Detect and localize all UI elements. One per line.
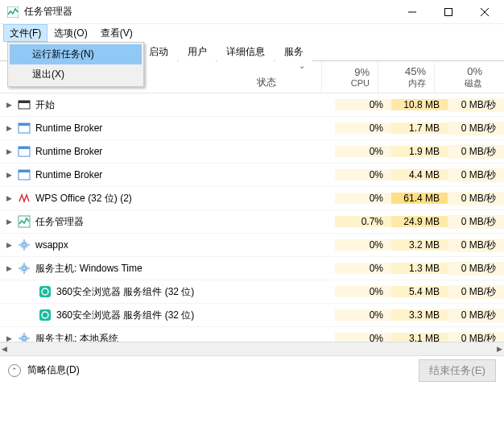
brief-info-link[interactable]: 简略信息(D) (27, 363, 80, 377)
col-disk[interactable]: 0% 磁盘 (434, 61, 490, 93)
process-row[interactable]: ▶开始0%10.8 MB0 MB/秒 (0, 93, 504, 117)
window-title: 任务管理器 (24, 5, 72, 19)
process-cpu-cell: 0% (335, 99, 391, 110)
close-button[interactable] (466, 1, 502, 23)
process-disk-cell: 0 MB/秒 (448, 168, 504, 182)
process-cpu-cell: 0% (335, 333, 391, 342)
tab-details[interactable]: 详细信息 (217, 42, 274, 61)
process-row[interactable]: ▶WPS Office (32 位) (2)0%61.4 MB0 MB/秒 (0, 187, 504, 210)
process-mem-cell: 3.3 MB (391, 309, 448, 321)
process-row[interactable]: 360安全浏览器 服务组件 (32 位)0%5.4 MB0 MB/秒 (0, 280, 504, 304)
collapse-icon[interactable]: ⌃ (8, 364, 21, 377)
titlebar: 任务管理器 (0, 0, 504, 24)
process-grid[interactable]: ▶开始0%10.8 MB0 MB/秒▶Runtime Broker0%1.7 M… (0, 93, 504, 342)
process-cpu-cell: 0% (335, 169, 391, 180)
app-icon (18, 168, 31, 181)
process-row[interactable]: 360安全浏览器 服务组件 (32 位)0%3.3 MB0 MB/秒 (0, 304, 504, 327)
expand-icon[interactable]: ▶ (5, 241, 13, 249)
process-row[interactable]: ▶服务主机: 本地系统0%3.1 MB0 MB/秒 (0, 327, 504, 342)
process-name: 开始 (35, 98, 55, 112)
process-row[interactable]: ▶wsappx0%3.2 MB0 MB/秒 (0, 234, 504, 257)
expand-icon[interactable]: ▶ (5, 334, 13, 342)
process-row[interactable]: ▶任务管理器0.7%24.9 MB0 MB/秒 (0, 210, 504, 234)
menu-options[interactable]: 选项(O) (48, 24, 93, 42)
col-cpu[interactable]: 9% CPU (321, 61, 378, 93)
expand-icon[interactable]: ▶ (5, 218, 13, 226)
wps-icon (18, 192, 31, 205)
process-name-cell: ▶服务主机: Windows Time (0, 262, 271, 276)
scroll-left-icon[interactable]: ◀ (2, 345, 7, 353)
horizontal-scrollbar[interactable]: ◀ ▶ (0, 342, 504, 355)
process-disk-cell: 0 MB/秒 (448, 309, 504, 322)
process-disk-cell: 0 MB/秒 (448, 98, 504, 112)
process-mem-cell: 61.4 MB (391, 193, 448, 204)
process-name: 服务主机: Windows Time (35, 262, 143, 276)
tab-startup[interactable]: 启动 (140, 42, 177, 61)
scroll-right-icon[interactable]: ▶ (497, 345, 502, 353)
process-disk-cell: 0 MB/秒 (448, 285, 504, 299)
maximize-button[interactable] (430, 1, 466, 23)
process-name-cell: 360安全浏览器 服务组件 (32 位) (0, 285, 271, 299)
process-row[interactable]: ▶服务主机: Windows Time0%1.3 MB0 MB/秒 (0, 257, 504, 280)
mem-label: 内存 (408, 77, 426, 89)
tab-users[interactable]: 用户 (179, 42, 216, 61)
col-memory[interactable]: 45% 内存 (378, 61, 434, 93)
process-cpu-cell: 0% (335, 286, 391, 297)
process-row[interactable]: ▶Runtime Broker0%1.7 MB0 MB/秒 (0, 117, 504, 140)
menu-file[interactable]: 文件(F) (3, 24, 48, 42)
svg-rect-14 (19, 216, 30, 227)
process-mem-cell: 1.7 MB (391, 122, 448, 134)
process-row[interactable]: ▶Runtime Broker0%4.4 MB0 MB/秒 (0, 164, 504, 187)
process-name: 服务主机: 本地系统 (35, 332, 118, 342)
sort-indicator-icon: ⌄ (299, 61, 305, 70)
gear-icon (18, 238, 31, 251)
process-mem-cell: 3.2 MB (391, 239, 448, 251)
taskmgr-icon (6, 6, 19, 19)
menu-exit[interactable]: 退出(X) (10, 64, 142, 85)
process-name: 360安全浏览器 服务组件 (32 位) (56, 285, 194, 299)
menu-view[interactable]: 查看(V) (94, 24, 139, 42)
process-cpu-cell: 0% (335, 239, 391, 251)
process-name: wsappx (35, 239, 68, 251)
expand-icon[interactable]: ▶ (5, 171, 13, 179)
process-disk-cell: 0 MB/秒 (448, 192, 504, 205)
process-name: 任务管理器 (35, 215, 84, 229)
col-status[interactable]: 状态 ⌄ (257, 61, 321, 93)
end-task-button[interactable]: 结束任务(E) (419, 359, 496, 382)
360-icon (39, 285, 52, 298)
process-cpu-cell: 0% (335, 263, 391, 274)
menu-new-task[interactable]: 运行新任务(N) (10, 44, 142, 64)
expand-icon[interactable]: ▶ (5, 194, 13, 202)
minimize-button[interactable] (394, 1, 430, 23)
process-row[interactable]: ▶Runtime Broker0%1.9 MB0 MB/秒 (0, 140, 504, 164)
process-name-cell: 360安全浏览器 服务组件 (32 位) (0, 309, 271, 322)
svg-rect-27 (39, 286, 51, 297)
mem-pct: 45% (405, 65, 426, 77)
process-disk-cell: 0 MB/秒 (448, 238, 504, 252)
process-name-cell: ▶Runtime Broker (0, 145, 271, 158)
process-disk-cell: 0 MB/秒 (448, 332, 504, 342)
expand-icon[interactable]: ▶ (5, 147, 13, 156)
process-name-cell: ▶服务主机: 本地系统 (0, 332, 271, 342)
process-cpu-cell: 0.7% (335, 216, 391, 227)
expand-icon[interactable]: ▶ (5, 101, 13, 109)
svg-point-15 (20, 241, 28, 249)
svg-rect-10 (19, 147, 30, 149)
process-mem-cell: 3.1 MB (391, 333, 448, 342)
disk-label: 磁盘 (465, 77, 482, 89)
process-name: Runtime Broker (35, 146, 102, 157)
process-mem-cell: 5.4 MB (391, 286, 448, 297)
process-mem-cell: 10.8 MB (391, 99, 448, 110)
process-name-cell: ▶开始 (0, 98, 271, 112)
expand-icon[interactable]: ▶ (5, 264, 13, 272)
process-name: 360安全浏览器 服务组件 (32 位) (56, 309, 194, 322)
process-cpu-cell: 0% (335, 193, 391, 204)
process-mem-cell: 1.3 MB (391, 263, 448, 274)
gear-icon (18, 332, 31, 342)
expand-icon[interactable]: ▶ (5, 124, 13, 132)
tab-services[interactable]: 服务 (275, 42, 312, 61)
process-disk-cell: 0 MB/秒 (448, 262, 504, 276)
svg-rect-29 (39, 309, 51, 321)
cpu-pct: 9% (354, 66, 370, 78)
process-name: WPS Office (32 位) (2) (35, 192, 132, 205)
